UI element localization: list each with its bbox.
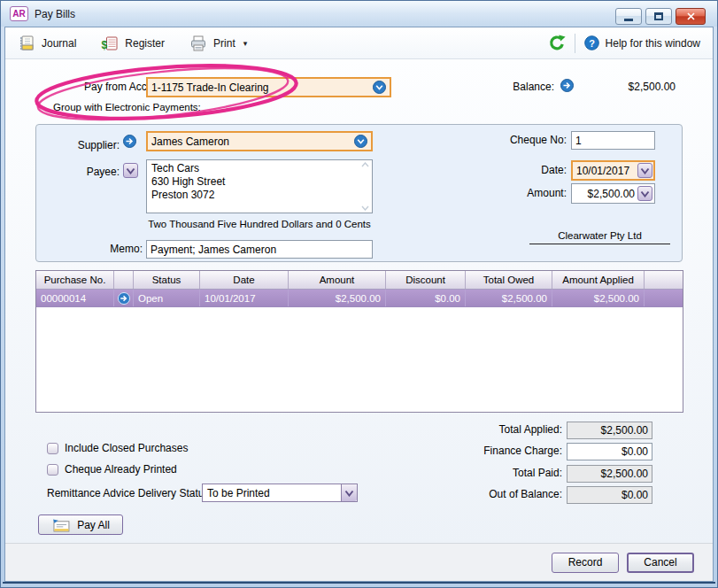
close-button[interactable] (676, 8, 706, 25)
out-of-balance-label: Out of Balance: (416, 488, 562, 500)
date-value: 10/01/2017 (576, 165, 629, 177)
scroll-down-icon[interactable] (361, 205, 369, 211)
journal-label: Journal (42, 37, 76, 50)
record-button[interactable]: Record (552, 553, 619, 573)
finance-charge-label: Finance Charge: (416, 445, 562, 457)
amount-dropdown-button[interactable] (637, 186, 652, 201)
pay-from-account-combobox[interactable]: 1-1175 Trade-In Clearing (146, 77, 391, 97)
total-paid-value: $2,500.00 (567, 465, 652, 483)
main-area: Pay from Account: 1-1175 Trade-In Cleari… (5, 59, 713, 543)
svg-text:?: ? (589, 38, 595, 49)
cell-amount: $2,500.00 (289, 290, 386, 306)
close-icon (687, 12, 695, 20)
payee-scrollbar[interactable] (359, 160, 372, 213)
amount-chevron-icon (640, 190, 650, 197)
out-of-balance-value: $0.00 (567, 486, 652, 504)
company-name: Clearwater Pty Ltd (529, 230, 670, 244)
date-label: Date: (435, 164, 567, 176)
titlebar: AR Pay Bills (1, 1, 717, 27)
date-dropdown-button[interactable] (637, 163, 652, 178)
cheque-already-printed-label: Cheque Already Printed (65, 463, 177, 476)
register-label: Register (125, 37, 165, 50)
record-label: Record (568, 556, 603, 569)
payee-textarea[interactable]: Tech Cars 630 High Street Preston 3072 (146, 159, 373, 213)
date-field[interactable]: 10/01/2017 (571, 160, 655, 181)
supplier-value: James Cameron (151, 135, 229, 148)
header-total-owed: Total Owed (466, 271, 552, 289)
payee-dropdown-button[interactable] (123, 163, 138, 178)
cell-amount-applied[interactable]: $2,500.00 (552, 290, 645, 306)
pay-all-icon (51, 518, 70, 532)
cancel-button[interactable]: Cancel (627, 553, 694, 573)
remittance-status-value: To be Printed (207, 487, 270, 499)
cell-date: 10/01/2017 (200, 290, 289, 306)
supplier-combobox[interactable]: James Cameron (146, 131, 373, 151)
minimize-icon (624, 19, 633, 21)
cell-status: Open (134, 290, 200, 306)
payment-details-panel: Supplier: James Cameron Cheque No: Payee… (35, 124, 683, 262)
supplier-detail-arrow-icon[interactable] (123, 135, 136, 148)
pay-from-account-value: 1-1175 Trade-In Clearing (151, 81, 269, 94)
cell-arrow[interactable] (114, 290, 134, 306)
window-controls (615, 8, 706, 25)
include-closed-purchases-checkbox[interactable]: Include Closed Purchases (47, 442, 188, 454)
remittance-dropdown-button[interactable] (341, 484, 357, 501)
header-amount: Amount (289, 271, 386, 289)
supplier-label: Supplier: (45, 139, 120, 151)
window-title: Pay Bills (35, 8, 75, 20)
register-button[interactable]: $ Register (101, 35, 165, 52)
toolbar: Journal $ Register (5, 27, 713, 59)
table-row[interactable]: 00000014 Open 10/01/2017 $2,500.00 $0.00… (36, 290, 683, 307)
minimize-button[interactable] (615, 8, 642, 25)
payee-chevron-icon (126, 167, 135, 174)
amount-value: $2,500.00 (588, 188, 635, 200)
refresh-button[interactable] (548, 35, 566, 52)
remittance-status-select[interactable]: To be Printed (202, 484, 358, 502)
cheque-already-printed-checkbox[interactable]: Cheque Already Printed (47, 463, 177, 476)
payee-label: Payee: (45, 166, 120, 178)
footer: Record Cancel (5, 543, 713, 581)
refresh-icon (548, 35, 566, 52)
remittance-chevron-icon (344, 490, 354, 497)
pay-from-dropdown-icon[interactable] (373, 81, 386, 94)
checkbox-icon[interactable] (47, 464, 58, 476)
balance-detail-arrow-icon[interactable] (560, 79, 574, 92)
print-icon (189, 35, 207, 52)
pay-all-label: Pay All (77, 519, 110, 531)
cell-discount: $0.00 (386, 290, 466, 306)
finance-charge-input[interactable] (567, 443, 652, 460)
amount-field[interactable]: $2,500.00 (571, 183, 655, 204)
header-filler (645, 271, 683, 289)
total-applied-label: Total Applied: (416, 423, 562, 436)
supplier-dropdown-icon[interactable] (354, 135, 367, 148)
memo-input[interactable] (146, 240, 373, 259)
amount-in-words: Two Thousand Five Hundred Dollars and 0 … (146, 219, 373, 229)
maximize-icon (654, 12, 663, 20)
pay-bills-window: AR Pay Bills Journal (0, 0, 718, 588)
total-applied-value: $2,500.00 (567, 422, 652, 439)
remittance-status-label: Remittance Advice Delivery Status: (47, 487, 212, 499)
print-button[interactable]: Print ▾ (189, 35, 247, 52)
help-button[interactable]: ? Help for this window (584, 35, 700, 50)
balance-value: $2,500.00 (576, 81, 676, 93)
checkbox-icon[interactable] (47, 443, 58, 454)
maximize-button[interactable] (645, 8, 672, 25)
cheque-no-input[interactable] (571, 131, 655, 150)
group-electronic-payments-label: Group with Electronic Payments: (53, 102, 201, 112)
pay-all-button[interactable]: Pay All (38, 514, 123, 535)
amount-label: Amount: (435, 187, 567, 199)
app-logo-ar: AR (10, 6, 28, 21)
total-paid-label: Total Paid: (416, 467, 562, 479)
cell-filler (645, 290, 683, 306)
include-closed-purchases-label: Include Closed Purchases (65, 442, 188, 454)
header-date: Date (200, 271, 289, 289)
cell-total-owed: $2,500.00 (466, 290, 552, 306)
table-header: Purchase No. Status Date Amount Discount… (36, 271, 683, 290)
header-purchase-no: Purchase No. (36, 271, 114, 289)
print-dropdown-caret-icon: ▾ (243, 39, 248, 48)
register-icon: $ (101, 35, 119, 52)
svg-text:$: $ (102, 39, 108, 51)
scroll-up-icon[interactable] (361, 162, 369, 167)
cell-purchase-no: 00000014 (36, 290, 114, 306)
journal-button[interactable]: Journal (18, 35, 76, 52)
